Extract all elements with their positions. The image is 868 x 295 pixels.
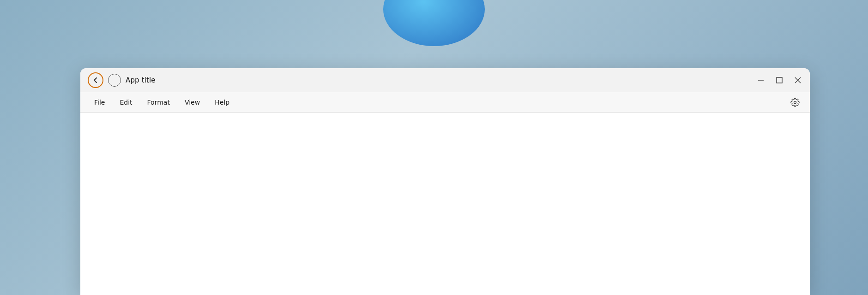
maximize-button[interactable] [775, 76, 784, 85]
minimize-button[interactable] [756, 76, 766, 85]
menu-item-format[interactable]: Format [141, 96, 176, 109]
menu-items: File Edit Format View Help [88, 96, 788, 109]
content-area [80, 112, 810, 295]
app-window: App title File Ed [80, 68, 810, 295]
back-arrow-icon [92, 77, 99, 84]
svg-rect-1 [777, 77, 782, 83]
minimize-icon [758, 77, 764, 83]
title-bar-left: App title [88, 72, 756, 88]
gear-icon [790, 98, 800, 107]
app-title: App title [126, 76, 156, 84]
menu-item-help[interactable]: Help [208, 96, 236, 109]
title-bar: App title [80, 68, 810, 92]
circle-button[interactable] [108, 74, 121, 87]
back-button[interactable] [88, 72, 103, 88]
menu-item-view[interactable]: View [178, 96, 206, 109]
svg-point-4 [794, 101, 796, 103]
menu-bar: File Edit Format View Help [80, 92, 810, 112]
settings-button[interactable] [788, 95, 802, 110]
close-icon [795, 77, 801, 83]
maximize-icon [776, 77, 783, 83]
decorative-orb [383, 0, 485, 46]
window-controls [756, 76, 802, 85]
menu-item-file[interactable]: File [88, 96, 111, 109]
close-button[interactable] [793, 76, 802, 85]
menu-item-edit[interactable]: Edit [113, 96, 139, 109]
